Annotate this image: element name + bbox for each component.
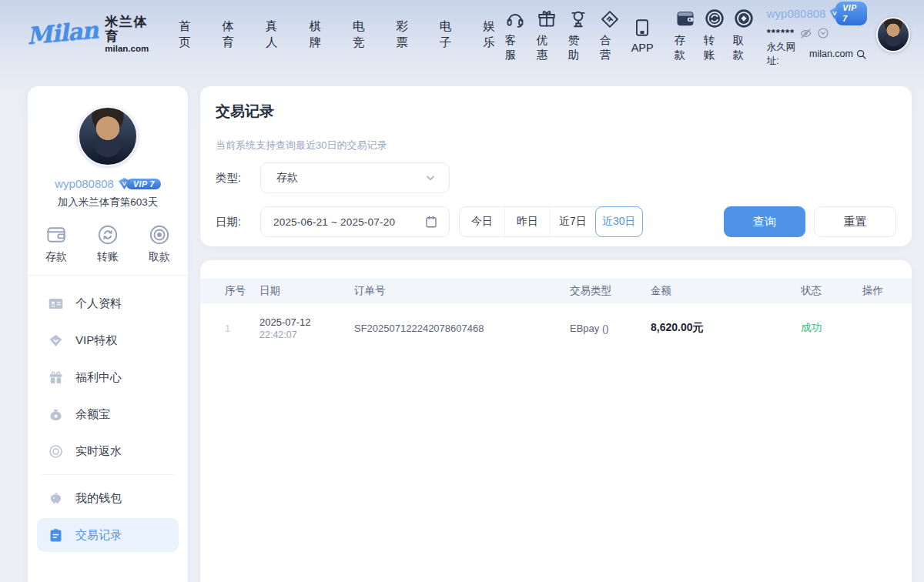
- sponsorship-button[interactable]: 赞助: [568, 8, 588, 62]
- sidebar-item-transactions[interactable]: 交易记录: [37, 518, 179, 552]
- nav-item-sports[interactable]: 体育: [223, 18, 244, 51]
- partnership-button[interactable]: 合营: [600, 8, 620, 62]
- table-header-row: 序号 日期 订单号 交易类型 金额 状态 操作: [200, 279, 912, 303]
- brand-logo-text: 米兰体育 milan.com: [105, 15, 156, 54]
- vip-level-label: VIP 7: [835, 2, 867, 25]
- profile-summary: wyp080808 V VIP 7 加入米兰体育第603天: [28, 86, 188, 209]
- cell-date: 2025-07-12: [259, 316, 354, 328]
- header-type: 交易类型: [570, 284, 651, 298]
- transaction-type-select[interactable]: 存款: [260, 162, 450, 193]
- sidebar-withdraw-button[interactable]: 取款: [148, 223, 171, 264]
- app-download-button[interactable]: APP: [631, 16, 654, 54]
- vip-badge: V VIP 7: [829, 2, 867, 25]
- quick-date-yesterday[interactable]: 昨日: [505, 207, 551, 236]
- top-action-icons: 客服 优惠 赞助 合营 APP: [505, 8, 755, 62]
- quick-date-30days[interactable]: 近30日: [595, 206, 643, 237]
- masked-balance: ******: [767, 26, 795, 40]
- chevron-circle-icon[interactable]: [817, 27, 829, 39]
- transfer-sync-icon: [704, 8, 725, 29]
- sidebar-item-yuebao[interactable]: 余额宝: [37, 397, 179, 431]
- rebate-rings-icon: [48, 443, 64, 460]
- username-text: wyp080808: [767, 5, 826, 22]
- chevron-down-icon: [424, 172, 437, 184]
- sync-circle-outline-icon: [96, 223, 119, 246]
- date-range-value: 2025-06-21 ~ 2025-07-20: [273, 216, 424, 228]
- cell-datetime: 2025-07-12 22:42:07: [259, 316, 354, 340]
- cell-time: 22:42:07: [259, 329, 354, 340]
- user-avatar[interactable]: [876, 17, 910, 52]
- wallet-outline-icon: [45, 223, 68, 246]
- calendar-icon: [424, 215, 438, 229]
- sidebar-item-vip[interactable]: VIP特权: [37, 323, 179, 357]
- profile-username: wyp080808: [55, 177, 114, 190]
- header-order-no: 订单号: [354, 284, 570, 298]
- sidebar-withdraw-label: 取款: [149, 250, 170, 264]
- sidebar-transfer-button[interactable]: 转账: [96, 223, 119, 264]
- cell-status: 成功: [801, 321, 862, 335]
- brand-logo[interactable]: Milan 米兰体育 milan.com: [27, 15, 156, 54]
- transfer-button[interactable]: 转账: [704, 8, 725, 62]
- nav-item-lottery[interactable]: 彩票: [396, 18, 417, 51]
- handshake-tag-icon: [600, 8, 620, 29]
- page-title: 交易记录: [216, 102, 896, 122]
- quick-date-7days[interactable]: 近7日: [551, 207, 596, 236]
- sidebar-item-vip-label: VIP特权: [75, 333, 117, 348]
- deposit-button[interactable]: 存款: [675, 8, 696, 62]
- customer-service-label: 客服: [505, 33, 525, 62]
- sidebar-deposit-label: 存款: [45, 250, 67, 264]
- reset-button[interactable]: 重置: [814, 206, 896, 237]
- sidebar-item-transactions-label: 交易记录: [75, 528, 122, 543]
- sidebar-item-wallet[interactable]: 我的钱包: [37, 481, 179, 515]
- money-pot-icon: [48, 406, 64, 423]
- trophy-icon: [568, 8, 588, 29]
- profile-vip-badge: V VIP 7: [119, 178, 161, 189]
- nav-item-esports[interactable]: 电竞: [353, 18, 374, 51]
- sponsorship-label: 赞助: [568, 33, 588, 62]
- sidebar-item-wallet-label: 我的钱包: [75, 491, 122, 506]
- app-label: APP: [631, 42, 654, 54]
- sidebar-item-benefits-label: 福利中心: [75, 370, 122, 385]
- cell-seq: 1: [225, 323, 259, 334]
- transaction-filter-card: 交易记录 当前系统支持查询最近30日的交易记录 类型: 存款 日期: 2025-…: [200, 86, 912, 246]
- nav-item-home[interactable]: 首页: [179, 18, 200, 51]
- header-seq: 序号: [225, 284, 259, 298]
- gift-icon: [537, 8, 557, 29]
- quick-date-today[interactable]: 今日: [460, 207, 505, 236]
- vip-gem-menu-icon: [48, 333, 64, 349]
- profile-avatar[interactable]: [78, 106, 138, 166]
- promotions-button[interactable]: 优惠: [537, 8, 557, 62]
- header-date: 日期: [259, 284, 354, 298]
- eye-off-icon[interactable]: [799, 27, 812, 40]
- magnifier-icon[interactable]: [855, 48, 867, 60]
- sidebar-divider: [42, 474, 174, 475]
- sidebar-item-profile[interactable]: 个人资料: [37, 286, 179, 320]
- permanent-url-label: 永久网址:: [767, 41, 807, 68]
- sidebar-item-rebate[interactable]: 实时返水: [37, 434, 179, 468]
- sidebar-item-rebate-label: 实时返水: [75, 444, 122, 459]
- transaction-table-card: 序号 日期 订单号 交易类型 金额 状态 操作 1 2025-07-12 22:…: [200, 260, 912, 582]
- header-status: 状态: [801, 284, 862, 298]
- wallet-action-group: 存款 转账 取款: [675, 8, 755, 62]
- nav-item-slots[interactable]: 电子: [440, 18, 461, 51]
- search-button[interactable]: 查询: [724, 206, 805, 237]
- piggy-bank-icon: [48, 490, 64, 507]
- nav-item-cards[interactable]: 棋牌: [309, 18, 330, 51]
- nav-item-entertainment[interactable]: 娱乐: [483, 18, 504, 51]
- partnership-label: 合营: [600, 33, 620, 62]
- withdraw-coin-icon: [733, 8, 755, 29]
- withdraw-label: 取款: [733, 33, 755, 62]
- nav-item-live[interactable]: 真人: [266, 18, 287, 51]
- user-info-block: wyp080808 V VIP 7 ****** 永久网址: milan.com: [767, 2, 867, 69]
- sidebar-deposit-button[interactable]: 存款: [45, 223, 68, 264]
- sidebar-item-profile-label: 个人资料: [75, 296, 122, 311]
- sidebar-item-benefits[interactable]: 福利中心: [37, 360, 179, 394]
- quick-date-group: 今日 昨日 近7日 近30日: [459, 206, 643, 237]
- header-action: 操作: [862, 284, 896, 298]
- sidebar-item-yuebao-label: 余额宝: [75, 407, 110, 422]
- withdraw-button[interactable]: 取款: [733, 8, 755, 62]
- deposit-label: 存款: [675, 33, 696, 62]
- membership-days-text: 加入米兰体育第603天: [28, 196, 188, 209]
- cell-type: EBpay (): [570, 323, 651, 334]
- date-range-input[interactable]: 2025-06-21 ~ 2025-07-20: [260, 206, 450, 237]
- customer-service-button[interactable]: 客服: [505, 8, 525, 62]
